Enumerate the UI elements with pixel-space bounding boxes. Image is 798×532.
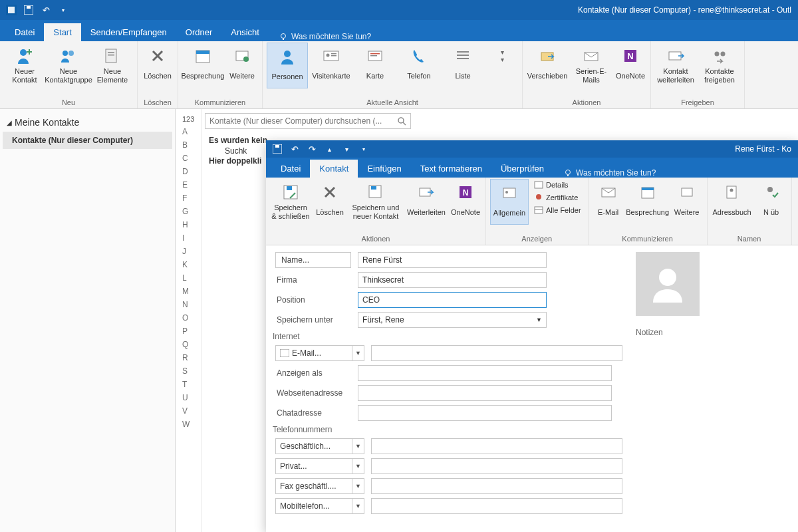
alpha-E[interactable]: E bbox=[176, 178, 201, 192]
certificates-button[interactable]: Zertifikate bbox=[531, 192, 584, 203]
display-as-field[interactable] bbox=[358, 365, 612, 381]
nav-folder-item[interactable]: Kontakte (Nur dieser Computer) bbox=[3, 132, 172, 149]
contact-photo[interactable] bbox=[636, 252, 700, 316]
save-icon[interactable] bbox=[271, 143, 283, 155]
delete-button[interactable]: Löschen bbox=[314, 179, 346, 223]
phone-mobile-field[interactable] bbox=[371, 498, 622, 514]
alpha-W[interactable]: W bbox=[176, 418, 201, 431]
save-new-button[interactable]: Speichern und neuer Kontakt bbox=[348, 179, 403, 223]
delete-button[interactable]: Löschen bbox=[142, 43, 174, 87]
forward-button[interactable]: Weiterleiten bbox=[406, 179, 447, 223]
phone-fax-button[interactable]: Fax geschäftl....▼ bbox=[275, 478, 364, 494]
view-liste-button[interactable]: Liste bbox=[442, 43, 483, 87]
forward-contact-button[interactable]: Kontakt weiterleiten bbox=[655, 43, 696, 87]
phone-mobile-button[interactable]: Mobiltelefon...▼ bbox=[275, 498, 364, 514]
up-icon[interactable]: ▴ bbox=[323, 143, 335, 155]
tab-senden[interactable]: Senden/Empfangen bbox=[81, 23, 176, 41]
phone-fax-field[interactable] bbox=[371, 478, 622, 494]
email-button[interactable]: E-Mail bbox=[593, 179, 624, 223]
new-items-button[interactable]: Neue Elemente bbox=[92, 43, 133, 87]
undo-icon[interactable]: ↶ bbox=[289, 143, 301, 155]
tab-text[interactable]: Text formatieren bbox=[411, 160, 491, 178]
more-comm-button[interactable]: Weitere bbox=[671, 179, 703, 223]
phone-business-field[interactable] bbox=[371, 438, 622, 454]
svg-rect-58 bbox=[727, 186, 736, 198]
new-contact-button[interactable]: Neuer Kontakt bbox=[4, 43, 45, 87]
alpha-O[interactable]: O bbox=[176, 311, 201, 325]
phone-business-button[interactable]: Geschäftlich...▼ bbox=[275, 438, 364, 454]
details-button[interactable]: Details bbox=[531, 179, 584, 191]
move-button[interactable]: Verschieben bbox=[527, 43, 568, 87]
onenote-button[interactable]: NOneNote bbox=[450, 179, 481, 223]
file-as-dropdown[interactable]: Fürst, Rene▼ bbox=[358, 312, 547, 328]
new-contact-group-button[interactable]: Neue Kontaktgruppe bbox=[48, 43, 89, 87]
alpha-T[interactable]: T bbox=[176, 378, 201, 391]
tell-me[interactable]: Was möchten Sie tun? bbox=[279, 32, 371, 41]
webpage-field[interactable] bbox=[358, 385, 612, 401]
meeting-button[interactable]: Besprechung bbox=[182, 43, 223, 87]
tab-ansicht[interactable]: Ansicht bbox=[221, 23, 269, 41]
tab-ueberpruefen[interactable]: Überprüfen bbox=[491, 160, 553, 178]
check-names-button[interactable]: N üb bbox=[755, 179, 787, 223]
phone-home-field[interactable] bbox=[371, 458, 622, 474]
onenote-button[interactable]: NOneNote bbox=[614, 43, 646, 87]
view-visitenkarte-button[interactable]: Visitenkarte bbox=[311, 43, 352, 87]
alpha-U[interactable]: U bbox=[176, 391, 201, 404]
tab-einfuegen[interactable]: Einfügen bbox=[358, 160, 410, 178]
phone-home-button[interactable]: Privat...▼ bbox=[275, 458, 364, 474]
save-close-button[interactable]: Speichern & schließen bbox=[270, 179, 311, 223]
alpha-Q[interactable]: Q bbox=[176, 338, 201, 351]
view-personen-button[interactable]: Personen bbox=[267, 43, 308, 88]
alpha-J[interactable]: J bbox=[176, 245, 201, 258]
tab-datei[interactable]: Datei bbox=[5, 23, 44, 41]
alpha-K[interactable]: K bbox=[176, 258, 201, 271]
alpha-D[interactable]: D bbox=[176, 165, 201, 178]
alpha-A[interactable]: A bbox=[176, 125, 201, 138]
share-contacts-button[interactable]: Kontakte freigeben bbox=[699, 43, 740, 87]
view-karte-button[interactable]: Karte bbox=[354, 43, 396, 87]
redo-icon[interactable]: ↷ bbox=[306, 143, 318, 155]
all-fields-button[interactable]: Alle Felder bbox=[531, 204, 584, 216]
alpha-P[interactable]: P bbox=[176, 325, 201, 338]
full-name-field[interactable] bbox=[358, 252, 547, 268]
alpha-H[interactable]: H bbox=[176, 218, 201, 231]
more-comm-button[interactable]: Weitere bbox=[226, 43, 258, 87]
alpha-V[interactable]: V bbox=[176, 404, 201, 418]
undo-icon[interactable]: ↶ bbox=[40, 4, 52, 16]
im-field[interactable] bbox=[358, 405, 612, 421]
qat-more-icon[interactable]: ▾ bbox=[57, 4, 69, 16]
search-input[interactable]: Kontakte (Nur dieser Computer) durchsuch… bbox=[205, 113, 411, 129]
email-field[interactable] bbox=[371, 345, 622, 361]
alpha-N[interactable]: N bbox=[176, 298, 201, 311]
alpha-F[interactable]: F bbox=[176, 192, 201, 205]
name-picker-button[interactable]: Name... bbox=[275, 252, 351, 268]
alpha-L[interactable]: L bbox=[176, 271, 201, 285]
view-gallery-more[interactable]: ▾▾ bbox=[486, 43, 518, 87]
alpha-G[interactable]: G bbox=[176, 205, 201, 218]
alpha-S[interactable]: S bbox=[176, 364, 201, 378]
down-icon[interactable]: ▾ bbox=[340, 143, 352, 155]
company-field[interactable] bbox=[358, 272, 547, 288]
allgemein-button[interactable]: Allgemein bbox=[490, 179, 529, 225]
alpha-C[interactable]: C bbox=[176, 152, 201, 165]
tell-me[interactable]: Was möchten Sie tun? bbox=[564, 168, 656, 178]
alpha-I[interactable]: I bbox=[176, 231, 201, 245]
addressbook-button[interactable]: Adressbuch bbox=[712, 179, 753, 223]
tab-datei[interactable]: Datei bbox=[271, 160, 310, 178]
tab-kontakt[interactable]: Kontakt bbox=[310, 160, 358, 178]
tab-ordner[interactable]: Ordner bbox=[176, 23, 221, 41]
tab-start[interactable]: Start bbox=[44, 23, 80, 41]
qat-more-icon[interactable]: ▾ bbox=[358, 143, 370, 155]
job-title-field[interactable] bbox=[358, 292, 547, 308]
meeting-button[interactable]: Besprechung bbox=[627, 179, 668, 223]
view-telefon-button[interactable]: Telefon bbox=[398, 43, 440, 87]
alpha-R[interactable]: R bbox=[176, 351, 201, 364]
save-icon[interactable] bbox=[23, 4, 35, 16]
nav-header[interactable]: ◢ Meine Kontakte bbox=[3, 113, 172, 132]
alpha-123[interactable]: 123 bbox=[176, 113, 201, 125]
email-type-button[interactable]: E-Mail...▼ bbox=[275, 345, 364, 361]
alpha-M[interactable]: M bbox=[176, 285, 201, 298]
alpha-B[interactable]: B bbox=[176, 138, 201, 152]
svg-rect-15 bbox=[196, 51, 209, 54]
mailmerge-button[interactable]: Serien-E-Mails bbox=[571, 43, 612, 87]
